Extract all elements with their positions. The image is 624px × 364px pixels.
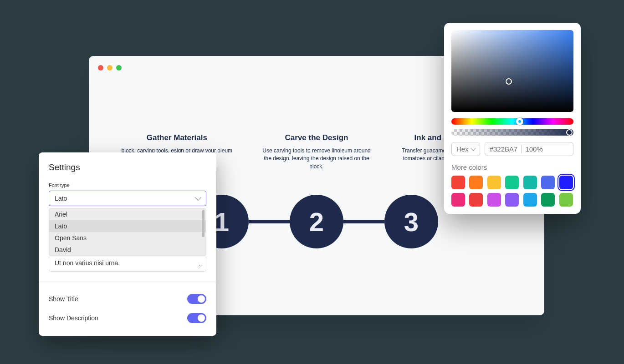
hex-input[interactable]: #322BA7 100% xyxy=(485,142,573,156)
step-circle-3: 3 xyxy=(384,195,438,248)
color-mode-select[interactable]: Hex xyxy=(451,142,480,156)
font-type-select[interactable]: Lato xyxy=(49,191,206,206)
chevron-down-icon xyxy=(471,146,476,151)
show-title-toggle[interactable] xyxy=(187,294,206,304)
color-swatch-7[interactable] xyxy=(451,193,465,207)
divider xyxy=(39,282,216,282)
window-controls xyxy=(98,65,122,71)
color-swatch-11[interactable] xyxy=(523,193,537,207)
step-circle-2: 2 xyxy=(290,195,343,248)
step-connector xyxy=(343,220,384,223)
more-colors-label: More colors xyxy=(451,163,573,171)
show-description-label: Show Description xyxy=(49,314,98,322)
color-swatch-4[interactable] xyxy=(523,176,537,189)
color-swatch-10[interactable] xyxy=(505,193,519,207)
step-2: Carve the Design Use carving tools to re… xyxy=(256,133,378,171)
color-swatch-6[interactable] xyxy=(559,176,573,189)
description-textarea[interactable]: Ut non varius nisi urna. xyxy=(49,256,206,272)
color-mode-label: Hex xyxy=(456,145,469,153)
color-swatch-13[interactable] xyxy=(559,193,573,207)
color-swatch-3[interactable] xyxy=(505,176,519,189)
close-icon[interactable] xyxy=(98,65,103,71)
color-swatch-0[interactable] xyxy=(451,176,465,189)
step-connector xyxy=(249,220,290,223)
alpha-slider[interactable] xyxy=(451,129,573,136)
show-title-label: Show Title xyxy=(49,295,78,303)
description-value: Ut non varius nisi urna. xyxy=(55,259,120,267)
color-swatch-8[interactable] xyxy=(469,193,483,207)
font-option-ariel[interactable]: Ariel xyxy=(49,208,206,220)
settings-panel: Settings Font type Lato Ariel Lato Open … xyxy=(39,152,216,336)
font-type-label: Font type xyxy=(49,182,206,188)
hex-row: Hex #322BA7 100% xyxy=(451,142,573,156)
font-option-david[interactable]: David xyxy=(49,244,206,256)
show-description-row: Show Description xyxy=(49,308,206,328)
color-swatch-1[interactable] xyxy=(469,176,483,189)
color-swatch-12[interactable] xyxy=(541,193,555,207)
alpha-thumb[interactable] xyxy=(566,129,573,136)
hex-value: #322BA7 xyxy=(490,145,518,153)
color-swatch-2[interactable] xyxy=(487,176,501,189)
show-title-row: Show Title xyxy=(49,289,206,308)
color-swatch-5[interactable] xyxy=(541,176,555,189)
color-swatches xyxy=(451,176,573,207)
saturation-value-field[interactable] xyxy=(451,30,573,112)
maximize-icon[interactable] xyxy=(116,65,122,71)
alpha-value: 100% xyxy=(525,145,542,153)
resize-handle-icon[interactable] xyxy=(199,265,203,269)
font-type-selected: Lato xyxy=(55,195,67,202)
step-2-title: Carve the Design xyxy=(256,133,378,142)
font-type-dropdown: Ariel Lato Open Sans David xyxy=(49,208,206,256)
font-option-lato[interactable]: Lato xyxy=(49,220,206,232)
step-2-description: Use carving tools to remove linoleum aro… xyxy=(256,147,378,171)
chevron-down-icon xyxy=(195,194,201,201)
color-picker-panel: Hex #322BA7 100% More colors xyxy=(444,23,581,214)
scrollbar-thumb[interactable] xyxy=(202,210,205,237)
settings-title: Settings xyxy=(49,162,206,172)
step-1-title: Gather Materials xyxy=(116,133,238,142)
show-description-toggle[interactable] xyxy=(187,313,206,323)
hue-thumb[interactable] xyxy=(516,118,523,125)
font-option-open-sans[interactable]: Open Sans xyxy=(49,232,206,244)
hue-slider[interactable] xyxy=(451,118,573,125)
sv-cursor[interactable] xyxy=(506,78,512,85)
minimize-icon[interactable] xyxy=(107,65,113,71)
separator xyxy=(521,145,522,153)
color-swatch-9[interactable] xyxy=(487,193,501,207)
